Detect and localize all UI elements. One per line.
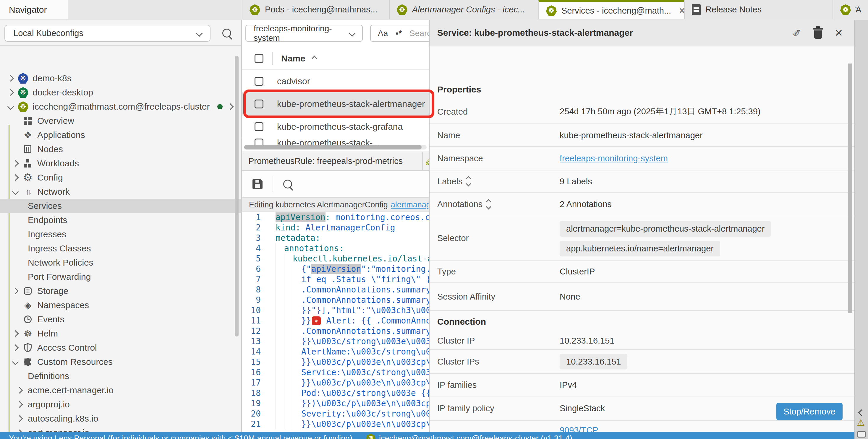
expand-collapse-carets[interactable] xyxy=(467,177,470,186)
sidebar-item-cert-manager-io[interactable]: cert-manager.io xyxy=(0,426,242,432)
expand-collapse-carets[interactable] xyxy=(487,200,491,209)
chevron-right-icon[interactable] xyxy=(7,89,14,96)
search-icon[interactable] xyxy=(222,29,231,37)
code-line[interactable]: 18Pod:\u003c/strong\u003e {{ .Co xyxy=(242,388,429,398)
sidebar-item-autoscaling-k8s-io[interactable]: autoscaling.k8s.io xyxy=(0,411,242,426)
code-line[interactable]: 12.CommonAnnotations.summary }}- xyxy=(242,326,429,336)
sort-asc-icon[interactable] xyxy=(312,56,317,61)
chevron-down-icon[interactable] xyxy=(12,359,19,365)
code-line[interactable]: 19}})\u003c/p\u003e\n\u003cp\u00 xyxy=(242,398,429,409)
horizontal-scrollbar[interactable] xyxy=(244,145,427,149)
tab-partial[interactable]: ☸ A xyxy=(833,0,868,19)
save-icon[interactable] xyxy=(252,179,262,189)
code-line[interactable]: 4annotations: xyxy=(242,243,429,254)
tab-alertmanager[interactable]: ☸Alertmanager Configs - icec... xyxy=(389,0,538,19)
code-line[interactable]: 8.CommonAnnotations.summary }}- xyxy=(242,284,429,295)
warning-icon[interactable]: ⚠ xyxy=(857,417,865,428)
sidebar-item-workloads[interactable]: Workloads xyxy=(0,156,242,170)
row-checkbox[interactable] xyxy=(254,122,264,131)
sidebar-scrollbar[interactable] xyxy=(235,56,239,336)
tab-services[interactable]: ☸Services - icecheng@math...× xyxy=(538,0,684,19)
code-line[interactable]: 20Severity:\u003c/strong\u003e - xyxy=(242,409,429,419)
code-line[interactable]: 2kind: AlertmanagerConfig xyxy=(242,223,429,233)
sidebar-item-namespaces[interactable]: ◈Namespaces xyxy=(0,298,242,312)
sidebar-item-definitions[interactable]: Definitions xyxy=(0,369,242,383)
chevron-right-icon[interactable] xyxy=(227,103,234,110)
row-checkbox[interactable] xyxy=(254,77,264,86)
code-line[interactable]: 13}}\u003c/strong\u003e\u003c/h3 xyxy=(242,336,429,346)
code-line[interactable]: 14AlertName:\u003c/strong\u003e xyxy=(242,346,429,357)
table-row[interactable]: kube-prometheus-stack-alertmanager xyxy=(242,93,429,115)
sidebar-item-network[interactable]: ↑↓Network xyxy=(0,184,242,199)
chevron-left-icon[interactable] xyxy=(858,409,865,416)
chevron-right-icon[interactable] xyxy=(16,415,23,422)
code-line[interactable]: 10}}"}],"html":"\u003ch3\u003e\u xyxy=(242,305,429,315)
chevron-down-icon[interactable] xyxy=(12,189,19,195)
sidebar-item-icecheng-mathmast-com-freeleaps-cluster[interactable]: ☸icecheng@mathmast.com@freeleaps-cluster xyxy=(0,100,242,114)
chevron-right-icon[interactable] xyxy=(12,344,19,351)
chevron-right-icon[interactable] xyxy=(16,387,23,394)
sidebar-item-port-forwarding[interactable]: Port Forwarding xyxy=(0,270,242,284)
sidebar-item-config[interactable]: ⚙Config xyxy=(0,170,242,184)
code-line[interactable]: 9.CommonAnnotations.summary }}- xyxy=(242,295,429,305)
sidebar-item-access-control[interactable]: Access Control xyxy=(0,341,242,355)
tab-pods[interactable]: ☸Pods - icecheng@mathmas... xyxy=(242,0,389,19)
sidebar-item-overview[interactable]: Overview xyxy=(0,114,242,128)
chevron-right-icon[interactable] xyxy=(16,430,23,432)
close-icon[interactable]: × xyxy=(679,4,684,17)
sidebar-item-helm[interactable]: ☸Helm xyxy=(0,327,242,341)
sidebar-item-ingress-classes[interactable]: Ingress Classes xyxy=(0,241,242,256)
tab-release[interactable]: Release Notes xyxy=(684,0,833,19)
kubeconfig-select[interactable]: Local Kubeconfigs xyxy=(4,25,211,42)
sidebar-item-applications[interactable]: ❖Applications xyxy=(0,128,242,142)
code-line[interactable]: 5kubectl.kubernetes.io/last-appli xyxy=(242,254,429,264)
sidebar-item-custom-resources[interactable]: Custom Resources xyxy=(0,355,242,369)
active-cluster-status[interactable]: ☸ icecheng@mathmast.com@freeleaps-cluste… xyxy=(366,434,572,439)
table-header[interactable]: Name xyxy=(242,47,429,70)
search-icon[interactable] xyxy=(283,180,292,189)
sidebar-item-ingresses[interactable]: Ingresses xyxy=(0,227,242,241)
code-line[interactable]: 15}}\u003c/p\u003e\n\u003cp\u003 xyxy=(242,357,429,367)
chevron-right-icon[interactable] xyxy=(12,330,19,337)
sidebar-item-acme-cert-manager-io[interactable]: acme.cert-manager.io xyxy=(0,383,242,397)
sidebar-item-services[interactable]: Services xyxy=(0,199,242,213)
sidebar-item-argoproj-io[interactable]: argoproj.io xyxy=(0,397,242,411)
sidebar-item-network-policies[interactable]: Network Policies xyxy=(0,256,242,270)
code-line[interactable]: 6{"apiVersion":"monitoring.core xyxy=(242,264,429,274)
sidebar-item-demo-k8s[interactable]: ☸demo-k8s xyxy=(0,71,242,86)
close-icon[interactable]: × xyxy=(835,26,843,39)
sidebar-item-endpoints[interactable]: Endpoints xyxy=(0,213,242,227)
stop-remove-button[interactable]: Stop/Remove xyxy=(776,403,843,420)
code-line[interactable]: 1apiVersion: monitoring.coreos.com/v1 xyxy=(242,212,429,223)
column-header-name[interactable]: Name xyxy=(281,54,305,64)
chevron-right-icon[interactable] xyxy=(12,288,19,295)
prometheus-rule-row[interactable]: PrometheusRule: freepeals-prod-metrics ✎ xyxy=(242,151,429,171)
code-line[interactable]: 3metadata: xyxy=(242,233,429,243)
sidebar-item-nodes[interactable]: Nodes xyxy=(0,142,242,156)
row-checkbox[interactable] xyxy=(254,100,264,108)
search-box[interactable]: Aa ▪* Search xyxy=(370,25,429,42)
code-line[interactable]: 21}}\u003c/p\u003e\n\u003cp\u003 xyxy=(242,419,429,429)
code-line[interactable]: 11}}✶ Alert: {{ .CommonAnnotati xyxy=(242,315,429,326)
table-row[interactable]: kube-prometheus-stack-grafana xyxy=(242,115,429,138)
regex-icon[interactable]: ▪* xyxy=(396,29,402,38)
code-line[interactable]: 16Service:\u003c/strong\u003e {- xyxy=(242,367,429,377)
match-case-icon[interactable]: Aa xyxy=(378,29,388,38)
chevron-right-icon[interactable] xyxy=(7,75,14,82)
delete-icon[interactable] xyxy=(814,30,822,39)
table-row[interactable]: cadvisor xyxy=(242,70,429,93)
namespace-select[interactable]: freeleaps-monitoring-system xyxy=(245,25,363,42)
code-line[interactable]: 7if eq .Status \"firing\" }}✶ xyxy=(242,274,429,284)
chevron-right-icon[interactable] xyxy=(16,401,23,408)
select-all-checkbox[interactable] xyxy=(254,54,264,63)
chevron-right-icon[interactable] xyxy=(12,160,19,167)
sidebar-item-events[interactable]: Events xyxy=(0,312,242,327)
notification-box-icon[interactable] xyxy=(857,431,866,438)
chevron-right-icon[interactable] xyxy=(12,174,19,181)
namespace-link[interactable]: freeleaps-monitoring-system xyxy=(560,154,668,163)
sidebar-item-docker-desktop[interactable]: ☸docker-desktop xyxy=(0,86,242,100)
yaml-editor[interactable]: 1apiVersion: monitoring.coreos.com/v12ki… xyxy=(242,212,429,432)
edit-button[interactable]: ✎ xyxy=(422,152,429,170)
edit-icon[interactable]: ✎ xyxy=(791,29,803,37)
code-line[interactable]: 17}}\u003c/p\u003e\n\u003cp\u003 xyxy=(242,377,429,388)
